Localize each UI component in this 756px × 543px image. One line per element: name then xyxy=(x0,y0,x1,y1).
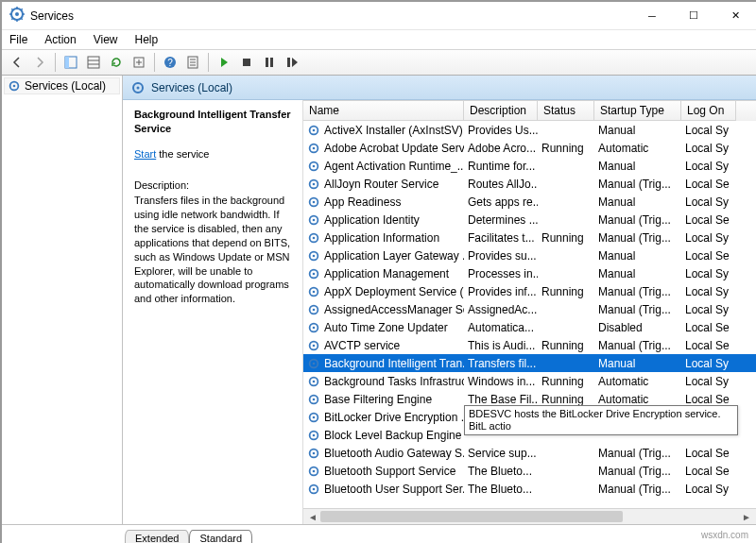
maximize-button[interactable]: ☐ xyxy=(673,2,714,29)
toolbar-separator xyxy=(55,53,56,72)
table-row[interactable]: Background Tasks Infrastruc...Windows in… xyxy=(303,372,756,390)
cell-name: Base Filtering Engine xyxy=(303,390,464,408)
table-row[interactable]: Auto Time Zone UpdaterAutomatica...Disab… xyxy=(303,318,756,336)
scroll-thumb[interactable] xyxy=(320,511,623,522)
cell-name: AssignedAccessManager Se... xyxy=(303,300,464,318)
cell-name: ActiveX Installer (AxInstSV) xyxy=(303,121,464,139)
column-description[interactable]: Description xyxy=(464,101,538,121)
column-startup[interactable]: Startup Type xyxy=(594,101,681,121)
table-row[interactable]: AllJoyn Router ServiceRoutes AllJo...Man… xyxy=(303,175,756,193)
table-row[interactable]: AssignedAccessManager Se...AssignedAc...… xyxy=(303,300,756,318)
refresh-button[interactable] xyxy=(105,52,128,73)
cell-description: Runtime for... xyxy=(464,157,538,175)
cell-startup: Manual xyxy=(594,354,681,372)
nav-label: Services (Local) xyxy=(25,79,106,93)
svg-rect-4 xyxy=(88,57,99,68)
cell-name: Bluetooth User Support Ser... xyxy=(303,480,464,498)
content-header: Services (Local) xyxy=(123,76,756,100)
cell-startup: Manual (Trig... xyxy=(594,175,681,193)
nav-tree[interactable]: Services (Local) xyxy=(2,76,123,524)
forward-button[interactable] xyxy=(28,52,51,73)
svg-point-27 xyxy=(313,164,316,167)
cell-description: Windows in... xyxy=(464,372,538,390)
cell-logon: Local Se xyxy=(681,318,736,336)
export-button[interactable] xyxy=(128,52,150,73)
window-title: Services xyxy=(30,9,631,23)
tab-standard[interactable]: Standard xyxy=(189,530,252,543)
cell-description: AssignedAc... xyxy=(464,300,538,318)
cell-description: Automatica... xyxy=(464,318,538,336)
table-row[interactable]: Background Intelligent Tran...Transfers … xyxy=(303,354,756,372)
description-label: Description: xyxy=(134,178,293,193)
tooltip: BDESVC hosts the BitLocker Drive Encrypt… xyxy=(464,405,738,435)
close-button[interactable]: ✕ xyxy=(714,2,756,29)
cell-logon: Local Se xyxy=(681,246,736,264)
table-row[interactable]: Application InformationFacilitates t...R… xyxy=(303,229,756,246)
view-tabs: Extended Standard xyxy=(2,524,756,543)
properties-button[interactable] xyxy=(181,52,204,73)
export-list-button[interactable] xyxy=(82,52,105,73)
cell-logon: Local Sy xyxy=(681,193,736,211)
table-row[interactable]: AppX Deployment Service (...Provides inf… xyxy=(303,282,756,300)
cell-description: Routes AllJo... xyxy=(464,175,538,193)
cell-logon: Local Sy xyxy=(681,354,736,372)
minimize-button[interactable]: ─ xyxy=(631,2,673,29)
table-row[interactable]: AVCTP serviceThis is Audi...RunningManua… xyxy=(303,336,756,354)
cell-logon: Local Se xyxy=(681,211,736,229)
help-button[interactable]: ? xyxy=(159,52,181,73)
column-logon[interactable]: Log On xyxy=(681,101,736,121)
start-service-button[interactable] xyxy=(213,52,235,73)
cell-status xyxy=(538,211,594,229)
horizontal-scrollbar[interactable]: ◄ ► xyxy=(303,508,756,524)
content-header-label: Services (Local) xyxy=(151,81,232,94)
menu-bar: File Action View Help xyxy=(2,30,756,49)
start-service-link[interactable]: Start xyxy=(134,148,156,160)
svg-point-43 xyxy=(313,308,316,311)
menu-view[interactable]: View xyxy=(90,33,122,46)
table-row[interactable]: App ReadinessGets apps re...ManualLocal … xyxy=(303,193,756,211)
menu-help[interactable]: Help xyxy=(131,33,163,46)
cell-description: The Blueto... xyxy=(464,480,538,498)
column-status[interactable]: Status xyxy=(538,101,594,121)
cell-description: Provides Us... xyxy=(464,121,538,139)
cell-startup: Manual xyxy=(594,157,681,175)
table-row[interactable]: Bluetooth Support ServiceThe Blueto...Ma… xyxy=(303,462,756,480)
services-grid[interactable]: Name Description Status Startup Type Log… xyxy=(302,100,756,524)
cell-description: Service sup... xyxy=(464,444,538,462)
cell-status: Running xyxy=(538,139,594,157)
table-row[interactable]: Application ManagementProcesses in...Man… xyxy=(303,264,756,282)
cell-startup: Manual xyxy=(594,246,681,264)
svg-point-63 xyxy=(313,487,316,490)
svg-point-31 xyxy=(313,200,316,203)
scroll-right-icon[interactable]: ► xyxy=(739,512,754,522)
table-row[interactable]: Agent Activation Runtime_...Runtime for.… xyxy=(303,157,756,175)
cell-name: AllJoyn Router Service xyxy=(303,175,464,193)
title-bar: Services ─ ☐ ✕ xyxy=(2,2,756,30)
svg-point-25 xyxy=(313,146,316,149)
cell-description: The Blueto... xyxy=(464,462,538,480)
column-name[interactable]: Name xyxy=(303,101,464,121)
svg-rect-3 xyxy=(65,57,69,68)
table-row[interactable]: Application Layer Gateway ...Provides su… xyxy=(303,246,756,264)
pause-service-button[interactable] xyxy=(258,52,281,73)
cell-logon: Local Sy xyxy=(681,300,736,318)
table-row[interactable]: ActiveX Installer (AxInstSV)Provides Us.… xyxy=(303,121,756,139)
table-row[interactable]: Application IdentityDetermines ...Manual… xyxy=(303,211,756,229)
table-row[interactable]: Bluetooth Audio Gateway S...Service sup.… xyxy=(303,444,756,462)
restart-service-button[interactable] xyxy=(281,52,303,73)
stop-service-button[interactable] xyxy=(235,52,258,73)
svg-rect-14 xyxy=(243,59,250,66)
service-info-pane: Background Intelligent Transfer Service … xyxy=(123,100,302,524)
svg-point-51 xyxy=(313,380,316,382)
show-hide-tree-button[interactable] xyxy=(60,52,82,73)
nav-services-local[interactable]: Services (Local) xyxy=(4,77,120,94)
toolbar: ? xyxy=(2,49,756,76)
back-button[interactable] xyxy=(6,52,28,73)
table-row[interactable]: Adobe Acrobat Update Serv...Adobe Acro..… xyxy=(303,139,756,157)
menu-file[interactable]: File xyxy=(6,33,31,46)
scroll-left-icon[interactable]: ◄ xyxy=(305,512,320,522)
cell-startup: Manual (Trig... xyxy=(594,444,681,462)
menu-action[interactable]: Action xyxy=(41,33,79,46)
table-row[interactable]: Bluetooth User Support Ser...The Blueto.… xyxy=(303,480,756,498)
tab-extended[interactable]: Extended xyxy=(125,530,189,543)
